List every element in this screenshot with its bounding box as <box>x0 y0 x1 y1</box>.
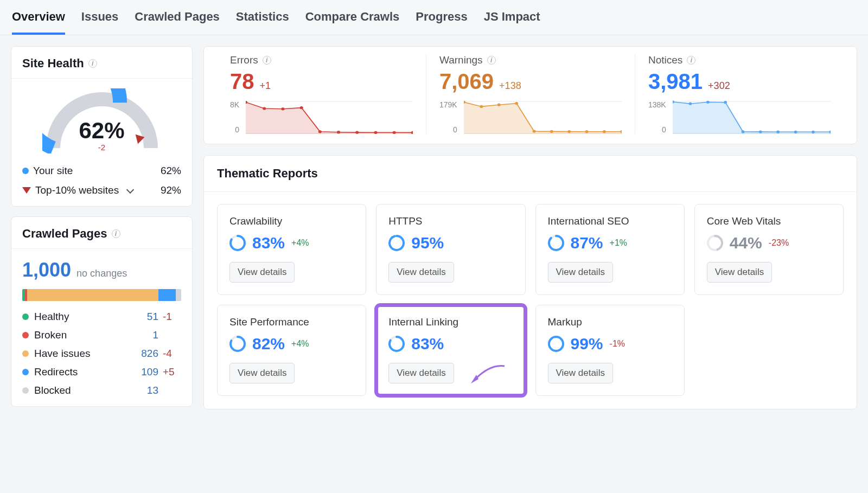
site-health-card: Site Health i 62% -2 Your site62 <box>11 46 193 207</box>
legend-value: 13 <box>133 385 158 396</box>
view-details-button[interactable]: View details <box>388 363 454 383</box>
svg-point-17 <box>497 104 501 106</box>
svg-point-18 <box>515 102 518 105</box>
svg-point-29 <box>706 101 710 104</box>
metric-errors-value: 78 <box>230 69 254 94</box>
report-delta: +1% <box>610 238 627 248</box>
site-health-title: Site Health <box>22 56 84 71</box>
view-details-button[interactable]: View details <box>548 363 613 383</box>
donut-icon <box>548 336 564 352</box>
legend-delta: +5 <box>163 366 181 378</box>
metric-errors-delta: +1 <box>260 80 271 92</box>
svg-point-35 <box>812 131 815 133</box>
report-markup: Markup99%-1%View details <box>535 305 685 396</box>
metric-notices-value: 3,981 <box>648 69 703 94</box>
crawled-pages-row[interactable]: Broken1 <box>22 329 181 341</box>
tab-compare-crawls[interactable]: Compare Crawls <box>305 0 400 35</box>
tab-issues[interactable]: Issues <box>81 0 119 35</box>
legend-label: Your site <box>33 165 73 177</box>
legend-label: Top-10% websites <box>35 184 119 196</box>
svg-point-11 <box>393 131 396 134</box>
svg-point-16 <box>480 105 483 108</box>
site-health-row: Your site62% <box>22 165 181 177</box>
legend-value: 1 <box>133 329 158 341</box>
report-delta: -23% <box>769 238 789 248</box>
legend-label: Broken <box>34 329 67 341</box>
legend-dot-icon <box>22 350 29 357</box>
metric-warnings[interactable]: Warnings i 7,069 +138 179K 0 <box>426 54 635 134</box>
metric-notices-label: Notices <box>648 54 682 66</box>
axis-label: 0 <box>648 125 666 134</box>
info-icon[interactable]: i <box>687 56 695 65</box>
legend-delta: -4 <box>163 348 181 360</box>
donut-icon <box>388 235 405 251</box>
crawled-pages-row[interactable]: Healthy51-1 <box>22 311 181 323</box>
donut-icon <box>707 235 723 251</box>
legend-value: 51 <box>133 311 158 323</box>
tab-crawled-pages[interactable]: Crawled Pages <box>135 0 220 35</box>
svg-point-32 <box>759 131 762 133</box>
report-title: Markup <box>548 316 672 328</box>
report-score: 83% <box>411 335 444 353</box>
info-icon[interactable]: i <box>88 59 97 68</box>
metric-errors[interactable]: Errors i 78 +1 8K 0 <box>217 54 426 134</box>
axis-label: 8K <box>230 100 239 109</box>
crawled-pages-change: no changes <box>76 268 127 279</box>
tab-js-impact[interactable]: JS Impact <box>484 0 540 35</box>
report-title: HTTPS <box>388 215 513 227</box>
metric-warnings-label: Warnings <box>439 54 483 66</box>
svg-point-5 <box>281 107 284 110</box>
axis-label: 0 <box>439 125 457 134</box>
tab-overview[interactable]: Overview <box>12 0 65 35</box>
info-icon[interactable]: i <box>487 56 496 65</box>
svg-point-50 <box>549 337 563 351</box>
thematic-reports-card: Thematic Reports Crawlability83%+4%View … <box>203 155 857 409</box>
view-details-button[interactable]: View details <box>388 262 454 283</box>
site-health-value: 62% <box>79 118 124 144</box>
legend-label: Have issues <box>34 348 91 360</box>
view-details-button[interactable]: View details <box>548 262 613 283</box>
chevron-down-icon <box>126 185 134 193</box>
crawled-pages-row[interactable]: Blocked13 <box>22 385 181 396</box>
view-details-button[interactable]: View details <box>707 262 772 283</box>
report-core-web-vitals: Core Web Vitals44%-23%View details <box>694 204 844 295</box>
axis-label: 138K <box>648 100 666 109</box>
bar-segment <box>158 289 176 301</box>
report-delta: +4% <box>291 339 309 349</box>
crawled-pages-row[interactable]: Redirects109+5 <box>22 366 181 378</box>
svg-point-7 <box>318 130 322 133</box>
info-icon[interactable]: i <box>263 56 271 65</box>
site-health-row[interactable]: Top-10% websites92% <box>22 184 181 196</box>
axis-label: 179K <box>439 100 457 109</box>
legend-dot-icon <box>22 387 29 394</box>
view-details-button[interactable]: View details <box>229 262 295 283</box>
crawled-pages-row[interactable]: Have issues826-4 <box>22 348 181 360</box>
report-crawlability: Crawlability83%+4%View details <box>217 204 366 295</box>
info-icon[interactable]: i <box>112 229 120 238</box>
crawled-pages-bar <box>22 289 181 301</box>
svg-point-19 <box>532 130 535 133</box>
svg-point-22 <box>585 130 588 133</box>
svg-point-40 <box>390 236 404 250</box>
report-title: Core Web Vitals <box>707 215 831 227</box>
top-metrics-card: Errors i 78 +1 8K 0 <box>203 46 857 144</box>
report-title: International SEO <box>548 215 672 227</box>
bar-segment <box>27 289 158 301</box>
svg-point-9 <box>355 131 359 134</box>
report-title: Crawlability <box>229 215 354 227</box>
notices-sparkline <box>673 100 831 134</box>
legend-dot-icon <box>22 168 29 174</box>
view-details-button[interactable]: View details <box>229 363 295 383</box>
svg-point-21 <box>567 130 571 133</box>
axis-label: 0 <box>230 125 239 134</box>
legend-value: 826 <box>133 348 158 360</box>
warnings-sparkline <box>464 100 622 134</box>
tab-progress[interactable]: Progress <box>416 0 467 35</box>
svg-point-28 <box>688 103 692 105</box>
svg-point-20 <box>550 130 553 133</box>
tab-statistics[interactable]: Statistics <box>236 0 289 35</box>
errors-sparkline <box>246 100 413 134</box>
annotation-arrow-icon <box>469 363 507 387</box>
report-site-performance: Site Performance82%+4%View details <box>217 305 366 396</box>
metric-notices[interactable]: Notices i 3,981 +302 138K 0 <box>635 54 844 134</box>
